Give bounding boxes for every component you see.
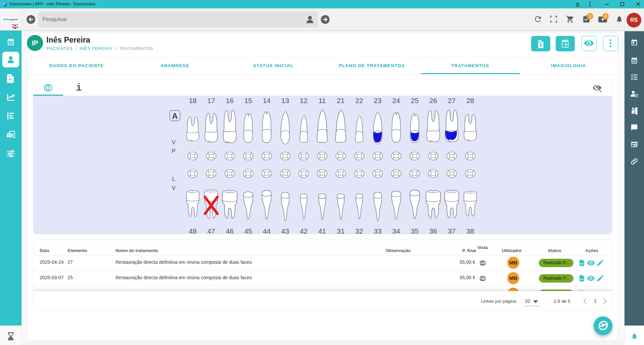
svg-text:36: 36 [429,227,437,234]
svg-text:17: 17 [207,97,215,104]
svg-text:L: L [172,176,175,182]
svg-text:13: 13 [281,97,289,104]
svg-text:26: 26 [429,97,437,104]
svg-text:46: 46 [226,227,233,234]
svg-text:21: 21 [337,97,344,104]
svg-text:37: 37 [448,227,456,234]
svg-text:18: 18 [189,97,197,104]
svg-text:38: 38 [466,227,474,234]
svg-text:PDF: PDF [580,278,584,280]
svg-text:43: 43 [281,227,289,234]
svg-text:27: 27 [448,97,456,104]
svg-text:11: 11 [318,97,326,104]
svg-text:34: 34 [392,227,400,234]
svg-text:$: $ [540,43,542,48]
svg-text:31: 31 [337,227,344,234]
svg-text:23: 23 [374,97,382,104]
svg-text:47: 47 [207,227,215,234]
svg-text:V: V [172,185,176,191]
svg-text:15: 15 [244,97,252,104]
svg-text:P: P [172,148,175,154]
svg-text:48: 48 [189,227,197,234]
svg-text:45: 45 [244,227,252,234]
svg-text:V: V [172,139,176,146]
svg-text:32: 32 [355,227,363,234]
svg-text:28: 28 [466,97,474,104]
svg-text:14: 14 [263,97,271,104]
svg-text:A: A [172,111,178,120]
svg-text:16: 16 [226,97,233,104]
svg-text:44: 44 [263,227,271,234]
svg-text:42: 42 [300,227,307,234]
svg-text:22: 22 [355,97,363,104]
svg-text:41: 41 [318,227,326,234]
svg-text:PDF: PDF [580,263,584,265]
svg-text:33: 33 [374,227,382,234]
svg-text:24: 24 [392,97,400,104]
svg-text:25: 25 [411,97,419,104]
svg-text:12: 12 [300,97,307,104]
svg-text:35: 35 [411,227,419,234]
svg-text:DOCTUSWARE: DOCTUSWARE [6,19,18,20]
